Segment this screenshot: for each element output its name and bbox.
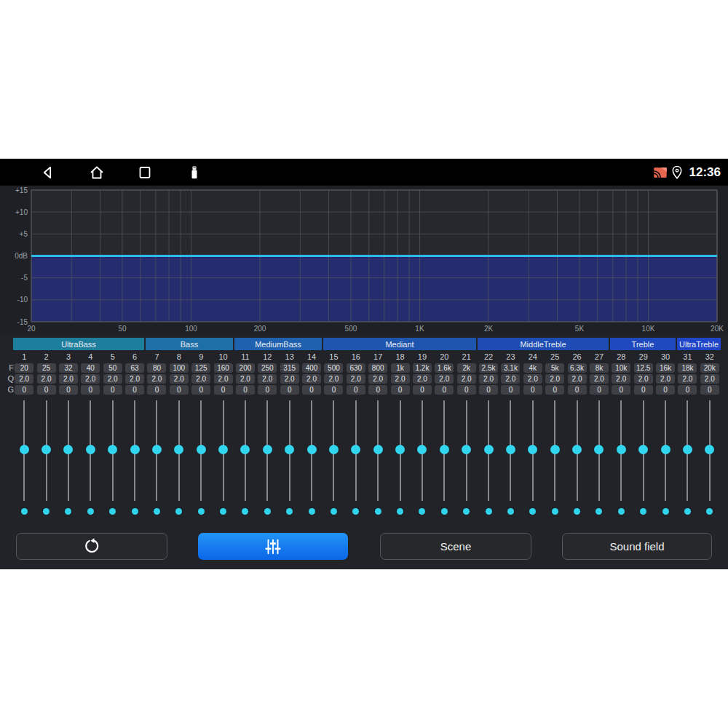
slider-thumb[interactable] <box>218 445 228 454</box>
band-q-value[interactable]: 2.0 <box>347 374 365 384</box>
band-f-value[interactable]: 1k <box>391 363 410 373</box>
band-q-value[interactable]: 2.0 <box>523 374 542 384</box>
band-g-value[interactable]: 0 <box>590 385 609 395</box>
band-q-value[interactable]: 2.0 <box>280 374 299 384</box>
band-dot[interactable] <box>65 508 71 515</box>
band-q-value[interactable]: 2.0 <box>678 374 697 384</box>
band-g-value[interactable]: 0 <box>347 385 365 395</box>
band-g-value[interactable]: 0 <box>634 385 653 395</box>
band-dot[interactable] <box>43 508 50 515</box>
band-q-value[interactable]: 2.0 <box>103 374 122 384</box>
band-f-value[interactable]: 32 <box>59 363 78 373</box>
band-g-value[interactable]: 0 <box>501 385 520 395</box>
band-g-value[interactable]: 0 <box>523 385 542 395</box>
band-f-value[interactable]: 160 <box>214 363 233 373</box>
slider-thumb[interactable] <box>440 445 449 454</box>
band-g-value[interactable]: 0 <box>81 385 100 395</box>
band-q-value[interactable]: 2.0 <box>656 374 675 384</box>
slider-thumb[interactable] <box>351 445 360 454</box>
band-q-value[interactable]: 2.0 <box>590 374 609 384</box>
band-dot[interactable] <box>154 508 160 515</box>
band-dot[interactable] <box>175 508 182 515</box>
band-f-value[interactable]: 20 <box>15 363 33 373</box>
slider-thumb[interactable] <box>661 445 670 454</box>
slider-thumb[interactable] <box>108 445 117 454</box>
band-f-value[interactable]: 8k <box>590 363 609 373</box>
band-f-value[interactable]: 10k <box>612 363 630 373</box>
band-dot[interactable] <box>132 508 138 515</box>
band-dot[interactable] <box>574 508 580 515</box>
back-icon[interactable] <box>39 164 57 181</box>
band-dot[interactable] <box>441 508 448 515</box>
band-dot[interactable] <box>331 508 337 515</box>
slider-thumb[interactable] <box>528 445 537 454</box>
band-f-value[interactable]: 3.1k <box>501 363 520 373</box>
band-q-value[interactable]: 2.0 <box>125 374 144 384</box>
band-dot[interactable] <box>109 508 116 515</box>
band-dot[interactable] <box>198 508 205 515</box>
slider-thumb[interactable] <box>617 445 626 454</box>
recents-icon[interactable] <box>136 164 154 181</box>
slider-thumb[interactable] <box>240 445 250 454</box>
slider-thumb[interactable] <box>417 445 427 454</box>
sound-field-button[interactable]: Sound field <box>562 533 712 560</box>
band-g-value[interactable]: 0 <box>37 385 56 395</box>
band-dot[interactable] <box>21 508 28 515</box>
slider-thumb[interactable] <box>484 445 494 454</box>
band-f-value[interactable]: 800 <box>368 363 387 373</box>
band-g-value[interactable]: 0 <box>324 385 343 395</box>
band-dot[interactable] <box>706 508 713 515</box>
slider-thumb[interactable] <box>174 445 183 454</box>
band-dot[interactable] <box>507 508 514 515</box>
band-g-value[interactable]: 0 <box>214 385 233 395</box>
band-q-value[interactable]: 2.0 <box>634 374 653 384</box>
band-q-value[interactable]: 2.0 <box>236 374 255 384</box>
slider-thumb[interactable] <box>683 445 692 454</box>
slider-thumb[interactable] <box>705 445 714 454</box>
band-q-value[interactable]: 2.0 <box>413 374 432 384</box>
band-f-value[interactable]: 18k <box>678 363 697 373</box>
band-g-value[interactable]: 0 <box>568 385 587 395</box>
band-q-value[interactable]: 2.0 <box>391 374 410 384</box>
band-f-value[interactable]: 50 <box>103 363 122 373</box>
slider-thumb[interactable] <box>20 445 29 454</box>
band-f-value[interactable]: 125 <box>191 363 210 373</box>
band-dot[interactable] <box>264 508 271 515</box>
band-dot[interactable] <box>552 508 558 515</box>
band-q-value[interactable]: 2.0 <box>545 374 564 384</box>
band-g-value[interactable]: 0 <box>678 385 697 395</box>
band-q-value[interactable]: 2.0 <box>479 374 498 384</box>
band-f-value[interactable]: 16k <box>656 363 675 373</box>
band-dot[interactable] <box>662 508 669 515</box>
band-g-value[interactable]: 0 <box>479 385 498 395</box>
band-g-value[interactable]: 0 <box>612 385 630 395</box>
band-f-value[interactable]: 2k <box>457 363 476 373</box>
band-dot[interactable] <box>309 508 315 515</box>
band-dot[interactable] <box>684 508 691 515</box>
slider-thumb[interactable] <box>41 445 51 454</box>
band-q-value[interactable]: 2.0 <box>15 374 33 384</box>
band-q-value[interactable]: 2.0 <box>59 374 78 384</box>
band-dot[interactable] <box>375 508 381 515</box>
band-dot[interactable] <box>596 508 602 515</box>
band-f-value[interactable]: 4k <box>523 363 542 373</box>
band-g-value[interactable]: 0 <box>435 385 454 395</box>
band-q-value[interactable]: 2.0 <box>37 374 56 384</box>
band-g-value[interactable]: 0 <box>457 385 476 395</box>
band-f-value[interactable]: 1.2k <box>413 363 432 373</box>
band-dot[interactable] <box>419 508 425 515</box>
band-f-value[interactable]: 25 <box>37 363 56 373</box>
band-f-value[interactable]: 200 <box>236 363 255 373</box>
band-q-value[interactable]: 2.0 <box>501 374 520 384</box>
band-q-value[interactable]: 2.0 <box>435 374 454 384</box>
band-dot[interactable] <box>352 508 359 515</box>
slider-thumb[interactable] <box>152 445 162 454</box>
slider-thumb[interactable] <box>285 445 294 454</box>
slider-thumb[interactable] <box>263 445 272 454</box>
band-g-value[interactable]: 0 <box>147 385 166 395</box>
band-g-value[interactable]: 0 <box>125 385 144 395</box>
band-q-value[interactable]: 2.0 <box>147 374 166 384</box>
band-q-value[interactable]: 2.0 <box>258 374 277 384</box>
equalizer-button[interactable] <box>198 533 348 560</box>
band-q-value[interactable]: 2.0 <box>368 374 387 384</box>
